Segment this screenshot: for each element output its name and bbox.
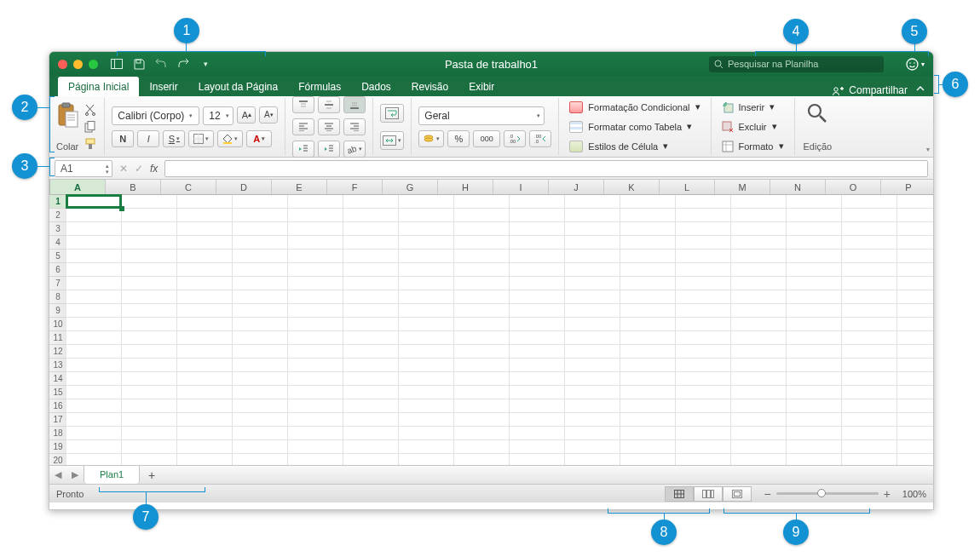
row-header[interactable]: 3 bbox=[49, 222, 66, 236]
align-center-button[interactable] bbox=[318, 118, 340, 135]
fill-color-button[interactable]: ▾ bbox=[217, 130, 243, 147]
align-top-button[interactable] bbox=[292, 96, 314, 113]
merge-button[interactable]: ▾ bbox=[380, 131, 404, 150]
cancel-formula-icon[interactable]: ✕ bbox=[119, 163, 128, 175]
zoom-in-button[interactable]: + bbox=[884, 487, 891, 501]
row-header[interactable]: 16 bbox=[49, 399, 66, 413]
font-size-select[interactable]: 12▾ bbox=[203, 106, 233, 125]
row-header[interactable]: 10 bbox=[49, 318, 66, 331]
align-right-button[interactable] bbox=[343, 118, 366, 135]
undo-icon[interactable] bbox=[154, 57, 168, 71]
sheet-nav-prev[interactable]: ◀ bbox=[49, 469, 66, 480]
font-name-select[interactable]: Calibri (Corpo)▾ bbox=[112, 106, 199, 125]
format-painter-icon[interactable] bbox=[84, 137, 97, 151]
zoom-slider[interactable] bbox=[776, 492, 879, 495]
tab-home[interactable]: Página Inicial bbox=[58, 77, 139, 96]
share-button[interactable]: Compartilhar bbox=[832, 84, 908, 96]
row-header[interactable]: 12 bbox=[49, 345, 66, 359]
formula-input[interactable] bbox=[164, 160, 928, 177]
column-header[interactable]: H bbox=[438, 180, 493, 194]
align-middle-button[interactable] bbox=[318, 96, 340, 113]
column-header[interactable]: J bbox=[549, 180, 604, 194]
name-box[interactable]: A1 ▴▾ bbox=[55, 160, 112, 177]
format-as-table-button[interactable]: Formatar como Tabela▾ bbox=[566, 118, 703, 135]
zoom-out-button[interactable]: − bbox=[764, 487, 770, 501]
view-normal-button[interactable] bbox=[665, 486, 694, 502]
view-page-break-button[interactable] bbox=[723, 486, 752, 502]
row-header[interactable]: 7 bbox=[49, 277, 66, 290]
align-bottom-button[interactable] bbox=[343, 96, 366, 113]
row-header[interactable]: 14 bbox=[49, 372, 66, 386]
column-header[interactable]: G bbox=[383, 180, 438, 194]
redo-icon[interactable] bbox=[176, 57, 190, 71]
find-select-button[interactable]: Edição bbox=[802, 99, 834, 155]
zoom-window-icon[interactable] bbox=[89, 60, 98, 69]
font-color-button[interactable]: A▾ bbox=[246, 130, 272, 147]
row-header[interactable]: 11 bbox=[49, 331, 66, 345]
minimize-window-icon[interactable] bbox=[73, 60, 83, 69]
row-header[interactable]: 19 bbox=[49, 440, 66, 454]
row-header[interactable]: 15 bbox=[49, 386, 66, 399]
decrease-decimal-button[interactable]: .00.0 bbox=[529, 130, 551, 147]
align-left-button[interactable] bbox=[292, 118, 314, 135]
row-header[interactable]: 20 bbox=[49, 454, 66, 465]
row-header[interactable]: 2 bbox=[49, 209, 66, 222]
tab-insert[interactable]: Inserir bbox=[139, 77, 187, 96]
row-header[interactable]: 18 bbox=[49, 427, 66, 440]
save-icon[interactable] bbox=[132, 57, 146, 71]
add-sheet-button[interactable]: + bbox=[140, 468, 164, 482]
increase-indent-button[interactable] bbox=[318, 141, 340, 158]
decrease-indent-button[interactable] bbox=[292, 141, 314, 158]
percent-button[interactable]: % bbox=[447, 130, 470, 147]
bold-button[interactable]: N bbox=[112, 130, 134, 147]
row-header[interactable]: 13 bbox=[49, 359, 66, 372]
column-header[interactable]: K bbox=[604, 180, 660, 194]
column-header[interactable]: I bbox=[493, 180, 549, 194]
fx-icon[interactable]: fx bbox=[150, 163, 158, 175]
thousands-button[interactable]: 000 bbox=[473, 130, 500, 147]
tab-formulas[interactable]: Fórmulas bbox=[288, 77, 351, 96]
column-header[interactable]: O bbox=[826, 180, 881, 194]
tab-view[interactable]: Exibir bbox=[458, 77, 504, 96]
tab-page-layout[interactable]: Layout da Página bbox=[188, 77, 288, 96]
tab-data[interactable]: Dados bbox=[351, 77, 401, 96]
row-header[interactable]: 8 bbox=[49, 290, 66, 304]
column-header[interactable]: E bbox=[272, 180, 327, 194]
conditional-format-button[interactable]: Formatação Condicional▾ bbox=[566, 98, 703, 116]
column-header[interactable]: N bbox=[770, 180, 826, 194]
insert-cells-button[interactable]: Inserir▾ bbox=[718, 98, 787, 116]
enter-formula-icon[interactable]: ✓ bbox=[135, 163, 143, 175]
currency-button[interactable]: ▾ bbox=[418, 130, 444, 147]
toggle-sidebar-icon[interactable] bbox=[110, 57, 124, 71]
wrap-text-button[interactable] bbox=[380, 104, 404, 123]
increase-font-button[interactable]: A▴ bbox=[237, 106, 256, 123]
sheet-tab[interactable]: Plan1 bbox=[84, 465, 140, 484]
tab-review[interactable]: Revisão bbox=[401, 77, 458, 96]
view-page-layout-button[interactable] bbox=[694, 486, 723, 502]
cells-area[interactable] bbox=[66, 195, 933, 465]
column-header[interactable]: D bbox=[216, 180, 272, 194]
number-format-select[interactable]: Geral▾ bbox=[418, 106, 545, 125]
copy-icon[interactable] bbox=[84, 120, 97, 134]
cut-icon[interactable] bbox=[84, 103, 97, 117]
search-input[interactable]: Pesquisar na Planilha bbox=[709, 56, 884, 72]
row-header[interactable]: 9 bbox=[49, 304, 66, 318]
paste-button[interactable]: Colar bbox=[55, 99, 80, 155]
column-header[interactable]: C bbox=[161, 180, 216, 194]
column-header[interactable]: L bbox=[660, 180, 715, 194]
cell-styles-button[interactable]: Estilos de Célula▾ bbox=[566, 137, 703, 155]
underline-button[interactable]: S▾ bbox=[163, 130, 185, 147]
qat-customize-icon[interactable]: ▾ bbox=[199, 57, 212, 71]
collapse-ribbon-button[interactable] bbox=[913, 81, 928, 96]
format-cells-button[interactable]: Formato▾ bbox=[718, 137, 787, 155]
column-header[interactable]: B bbox=[106, 180, 161, 194]
column-header[interactable]: P bbox=[881, 180, 933, 194]
row-header[interactable]: 4 bbox=[49, 236, 66, 250]
increase-decimal-button[interactable]: .0.00 bbox=[504, 130, 526, 147]
expand-formula-bar-icon[interactable]: ▾ bbox=[926, 146, 930, 153]
italic-button[interactable]: I bbox=[137, 130, 159, 147]
row-header[interactable]: 1 bbox=[49, 195, 66, 209]
column-header[interactable]: M bbox=[715, 180, 770, 194]
orientation-button[interactable]: ab▾ bbox=[343, 141, 366, 158]
row-header[interactable]: 17 bbox=[49, 413, 66, 427]
